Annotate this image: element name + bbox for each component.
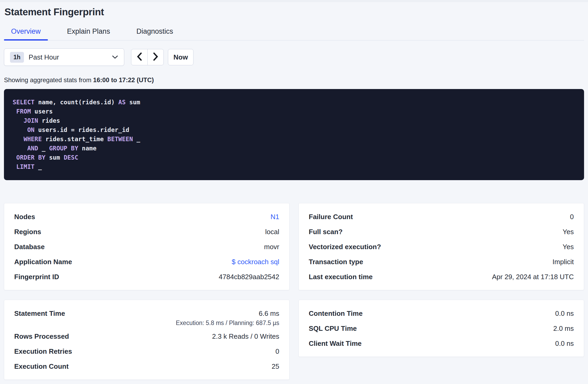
stat-value-wrap: movr [264,243,279,251]
sql-keyword: BETWEEN [107,136,133,142]
time-range-dropdown[interactable]: 1h Past Hour [4,48,124,66]
sql-keyword: SELECT [13,99,34,106]
stat-value: Yes [563,228,574,236]
statement-details-card: NodesN1RegionslocalDatabasemovrApplicati… [4,203,290,290]
stat-value-wrap: Yes [563,228,574,236]
sql-text [13,145,27,152]
stat-value-wrap: 25 [272,362,279,371]
sql-line: ORDER BY sum DESC [13,153,575,162]
time-range-selected-label: Past Hour [29,53,59,61]
caption-time-range: 16:00 to 17:22 (UTC) [93,76,154,83]
stat-row: Rows Processed2.3 k Reads / 0 Writes [14,332,279,342]
stat-value: 2.0 ms [553,324,574,332]
stat-label: SQL CPU Time [309,324,357,333]
stat-value: 0.0 ns [555,339,574,347]
stat-row: Application Name$ cockroach sql [14,258,279,267]
stat-row: Statement Time6.6 msExecution: 5.8 ms / … [14,309,279,327]
stat-row: Execution Count25 [14,362,279,372]
sql-keyword: ORDER BY [16,154,46,161]
stat-label: Rows Processed [14,332,69,341]
page-title: Statement Fingerprint [4,6,584,18]
sql-keyword: AND [27,145,38,152]
stat-value-wrap: 4784cb829aab2542 [219,273,279,281]
sql-text: users.id = rides.rider_id [34,126,129,133]
stat-value: 0 [570,213,574,221]
stat-row: Contention Time0.0 ns [309,309,574,319]
sql-text: _ [133,136,140,142]
sql-line: SELECT name, count(rides.id) AS sum [13,98,575,107]
tab-diagnostics-label: Diagnostics [136,27,173,35]
stat-label: Regions [14,228,41,236]
sql-line: JOIN rides [13,116,575,125]
stat-value: 4784cb829aab2542 [219,273,279,281]
tab-explain-plans[interactable]: Explain Plans [60,27,117,40]
stat-value: 0.0 ns [555,309,574,317]
stat-label: Transaction type [309,258,363,266]
stat-value-link[interactable]: N1 [271,213,279,221]
sql-text [13,163,16,170]
sql-keyword: FROM [16,108,31,115]
tab-bar: Overview Explain Plans Diagnostics [4,27,584,41]
statement-times-card: Statement Time6.6 msExecution: 5.8 ms / … [4,300,290,380]
stat-value-wrap: Implicit [552,258,574,266]
stats-cards-grid: NodesN1RegionslocalDatabasemovrApplicati… [4,203,584,380]
stat-value: Apr 29, 2024 at 17:18 UTC [492,273,574,281]
sql-text: rides [38,117,60,124]
stat-row: Regionslocal [14,228,279,237]
chevron-left-icon [136,52,143,62]
sql-text: name, count(rides.id) [34,99,118,106]
now-button[interactable]: Now [168,49,193,65]
stat-value: 6.6 ms [259,309,279,317]
stat-label: Vectorized execution? [309,243,381,251]
chevron-right-icon [152,52,159,62]
stat-row: NodesN1 [14,213,279,222]
tab-diagnostics[interactable]: Diagnostics [129,27,180,40]
stat-label: Client Wait Time [309,339,362,348]
sql-text: sum [46,154,64,161]
aggregated-stats-caption: Showing aggregated stats from 16:00 to 1… [4,76,584,84]
sql-line: ON users.id = rides.rider_id [13,125,575,135]
stat-label: Execution Count [14,362,69,371]
sql-keyword: DESC [64,154,78,161]
stat-row: Last execution timeApr 29, 2024 at 17:18… [309,273,574,282]
stat-row: Vectorized execution?Yes [309,243,574,252]
stat-label: Nodes [14,213,35,221]
stat-value: movr [264,243,279,251]
sql-text: _ [34,163,42,170]
statement-fingerprint-page: Statement Fingerprint Overview Explain P… [0,6,588,380]
stat-value: 2.3 k Reads / 0 Writes [212,332,279,340]
sql-text: rides.start_time [42,136,107,142]
next-time-range-button[interactable] [147,49,163,65]
tab-overview[interactable]: Overview [4,27,48,40]
stat-value-wrap: $ cockroach sql [232,258,279,266]
caption-prefix: Showing aggregated stats from [4,76,93,83]
sql-keyword: AS [118,99,126,106]
stat-value-wrap: 2.3 k Reads / 0 Writes [212,332,279,341]
wait-times-card: Contention Time0.0 nsSQL CPU Time2.0 msC… [298,300,584,357]
stat-row: Databasemovr [14,243,279,252]
sql-text [13,136,24,142]
stat-value-wrap: 0 [570,213,574,221]
stat-row: Client Wait Time0.0 ns [309,339,574,349]
sql-text: users [31,108,53,115]
sql-line: WHERE rides.start_time BETWEEN _ [13,135,575,144]
stat-label: Statement Time [14,309,65,318]
stat-value: Yes [563,243,574,251]
tab-overview-label: Overview [11,27,41,35]
stat-value-link[interactable]: $ cockroach sql [232,258,279,266]
time-range-pager [131,49,164,65]
stat-row: Execution Retries0 [14,347,279,357]
previous-time-range-button[interactable] [131,49,147,65]
stat-value: 25 [272,362,279,370]
sql-keyword: WHERE [24,136,42,142]
stat-value-wrap: Apr 29, 2024 at 17:18 UTC [492,273,574,281]
sql-text [13,117,24,124]
stat-value-wrap: local [265,228,279,236]
sql-text [13,154,16,161]
sql-line: FROM users [13,107,575,116]
stat-label: Database [14,243,45,251]
stat-label: Application Name [14,258,72,266]
sql-text: _ [38,145,49,152]
stat-row: Full scan?Yes [309,228,574,237]
sql-line: LIMIT _ [13,162,575,171]
